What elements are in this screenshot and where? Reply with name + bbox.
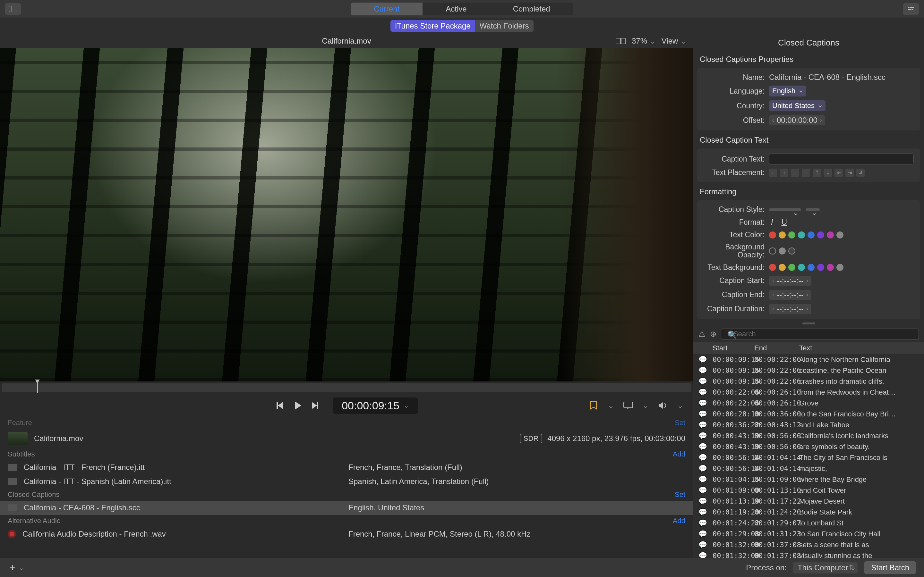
tab-completed[interactable]: Completed bbox=[490, 3, 573, 15]
pill-watch-folders[interactable]: Watch Folders bbox=[475, 20, 533, 32]
start-batch-button[interactable]: Start Batch bbox=[864, 561, 916, 574]
color-swatch[interactable] bbox=[808, 264, 814, 271]
subtitle-row[interactable]: California - ITT - French (France).itt F… bbox=[0, 460, 693, 474]
play-button[interactable] bbox=[292, 400, 302, 411]
caption-style-select[interactable] bbox=[769, 208, 801, 211]
inspector-toggle-button[interactable] bbox=[903, 3, 919, 15]
placement-down[interactable]: ↓ bbox=[791, 169, 799, 177]
caption-row[interactable]: 💬00:01:13:1900:01:17:22Mojave Desert bbox=[693, 496, 924, 507]
caption-row[interactable]: 💬00:00:56:1400:01:04:14majestic, bbox=[693, 463, 924, 474]
placement-top[interactable]: ⤒ bbox=[813, 169, 821, 177]
caption-row[interactable]: 💬00:01:24:2200:01:29:07to Lombard St bbox=[693, 518, 924, 529]
color-swatch[interactable] bbox=[827, 231, 834, 239]
cc-set-link[interactable]: Set bbox=[675, 490, 685, 499]
caption-start-field[interactable]: ‹--:--:--:--› bbox=[769, 276, 811, 286]
color-swatch[interactable] bbox=[788, 264, 795, 271]
italic-button[interactable]: I bbox=[769, 218, 775, 227]
placement-end[interactable]: ⇥ bbox=[845, 169, 854, 177]
placement-newline[interactable]: ↲ bbox=[856, 169, 865, 177]
color-swatch[interactable] bbox=[817, 231, 824, 239]
caption-row[interactable]: 💬00:01:04:1500:01:09:00where the Bay Bri… bbox=[693, 474, 924, 485]
caption-row[interactable]: 💬00:00:22:0600:00:26:10Grove bbox=[693, 398, 924, 409]
color-swatch[interactable] bbox=[798, 264, 805, 271]
caption-row[interactable]: 💬00:00:09:1500:00:22:06coastline, the Pa… bbox=[693, 365, 924, 376]
caption-row[interactable]: 💬00:01:09:0000:01:13:10and Coit Tower bbox=[693, 485, 924, 496]
col-start[interactable]: Start bbox=[712, 344, 754, 352]
add-menu-button[interactable]: ＋⌄ bbox=[8, 561, 24, 574]
color-swatch[interactable] bbox=[779, 231, 786, 239]
placement-start[interactable]: ⇤ bbox=[835, 169, 843, 177]
volume-icon[interactable] bbox=[658, 400, 668, 411]
tab-active[interactable]: Active bbox=[423, 3, 489, 15]
video-viewer[interactable] bbox=[0, 48, 693, 382]
pill-itunes-package[interactable]: iTunes Store Package bbox=[391, 20, 475, 32]
feature-row[interactable]: California.mov SDR 4096 x 2160 px, 23.97… bbox=[0, 429, 693, 448]
offset-increment[interactable]: › bbox=[820, 117, 822, 124]
sidebar-toggle-button[interactable] bbox=[5, 3, 21, 15]
color-swatch[interactable] bbox=[798, 231, 805, 239]
color-swatch[interactable] bbox=[788, 231, 795, 239]
color-swatch[interactable] bbox=[837, 264, 843, 271]
warning-icon[interactable]: ⚠ bbox=[698, 330, 706, 338]
opacity-swatch[interactable] bbox=[779, 247, 786, 255]
placement-left[interactable]: ← bbox=[769, 169, 777, 177]
zoom-dropdown[interactable]: 37% ⌄ bbox=[632, 37, 656, 45]
playhead[interactable] bbox=[37, 383, 38, 393]
color-swatch[interactable] bbox=[808, 231, 814, 239]
caption-row[interactable]: 💬00:01:29:0800:01:31:23to San Francisco … bbox=[693, 529, 924, 540]
caption-row[interactable]: 💬00:00:36:2200:00:43:12and Lake Tahoe bbox=[693, 420, 924, 430]
placement-right[interactable]: → bbox=[802, 169, 810, 177]
view-dropdown[interactable]: View ⌄ bbox=[662, 37, 687, 45]
caption-row[interactable]: 💬00:00:22:0600:00:26:10from the Redwoods… bbox=[693, 387, 924, 398]
subtitle-row[interactable]: California - ITT - Spanish (Latin Americ… bbox=[0, 474, 693, 488]
language-select[interactable]: English bbox=[769, 85, 806, 97]
next-button[interactable] bbox=[310, 400, 320, 411]
caption-text-input[interactable] bbox=[769, 153, 914, 164]
prev-button[interactable] bbox=[275, 400, 285, 411]
caption-row[interactable]: 💬00:00:28:1000:00:36:00to the San Franci… bbox=[693, 409, 924, 420]
color-swatch[interactable] bbox=[769, 264, 776, 271]
caption-row[interactable]: 💬00:01:32:0000:01:37:08sets a scene that… bbox=[693, 540, 924, 550]
offset-field[interactable]: ‹ 00:00:00:00 › bbox=[769, 115, 825, 125]
feature-set-link[interactable]: Set bbox=[675, 419, 685, 427]
caption-end-field[interactable]: ‹--:--:--:--› bbox=[769, 290, 811, 300]
caption-row[interactable]: 💬00:00:09:1500:00:22:06Along the Norther… bbox=[693, 354, 924, 365]
color-swatch[interactable] bbox=[769, 231, 776, 239]
caption-row[interactable]: 💬00:01:19:2000:01:24:20Bodie State Park bbox=[693, 507, 924, 518]
offset-decrement[interactable]: ‹ bbox=[772, 117, 774, 124]
caption-row[interactable]: 💬00:00:09:1500:00:22:06crashes into dram… bbox=[693, 376, 924, 387]
opacity-swatch[interactable] bbox=[769, 247, 776, 255]
caption-duration-field[interactable]: ‹--:--:--:--› bbox=[769, 304, 811, 314]
caption-row[interactable]: 💬00:00:43:1900:00:56:06are symbols of be… bbox=[693, 442, 924, 452]
subtitles-add-link[interactable]: Add bbox=[673, 450, 685, 458]
alt-audio-add-link[interactable]: Add bbox=[673, 517, 685, 525]
caption-row[interactable]: 💬00:00:43:1900:00:56:06California's icon… bbox=[693, 430, 924, 442]
process-on-picker[interactable]: This Computer bbox=[793, 562, 858, 574]
marker-icon[interactable] bbox=[588, 400, 599, 411]
caption-style-secondary[interactable] bbox=[806, 208, 820, 211]
timecode-display[interactable]: 00:00:09:15⌄ bbox=[333, 398, 418, 414]
cc-row[interactable]: California - CEA-608 - English.scc Engli… bbox=[0, 501, 693, 515]
timeline-scrubber[interactable] bbox=[2, 384, 691, 392]
color-swatch[interactable] bbox=[837, 231, 843, 239]
caption-icon[interactable] bbox=[623, 400, 633, 411]
placement-bottom[interactable]: ⤓ bbox=[824, 169, 832, 177]
placement-up[interactable]: ↑ bbox=[780, 169, 788, 177]
country-select[interactable]: United States bbox=[769, 100, 825, 111]
color-swatch[interactable] bbox=[779, 264, 786, 271]
alt-audio-row[interactable]: California Audio Description - French .w… bbox=[0, 527, 693, 541]
compare-icon[interactable] bbox=[615, 36, 626, 46]
col-end[interactable]: End bbox=[754, 344, 799, 352]
caption-search-input[interactable] bbox=[721, 329, 919, 340]
split-drag-handle[interactable] bbox=[693, 321, 924, 326]
color-swatch[interactable] bbox=[827, 264, 834, 271]
color-swatch[interactable] bbox=[817, 264, 824, 271]
opacity-swatch[interactable] bbox=[788, 247, 795, 255]
caption-row[interactable]: 💬00:00:56:1400:01:04:14The City of San F… bbox=[693, 452, 924, 463]
underline-button[interactable]: U bbox=[780, 218, 789, 227]
caption-row-icon: 💬 bbox=[698, 508, 712, 516]
caption-row[interactable]: 💬00:01:32:0000:01:37:08visually stunning… bbox=[693, 550, 924, 558]
tab-current[interactable]: Current bbox=[351, 3, 423, 15]
add-caption-button[interactable]: ⊕ bbox=[710, 330, 716, 338]
col-text[interactable]: Text bbox=[799, 344, 919, 352]
